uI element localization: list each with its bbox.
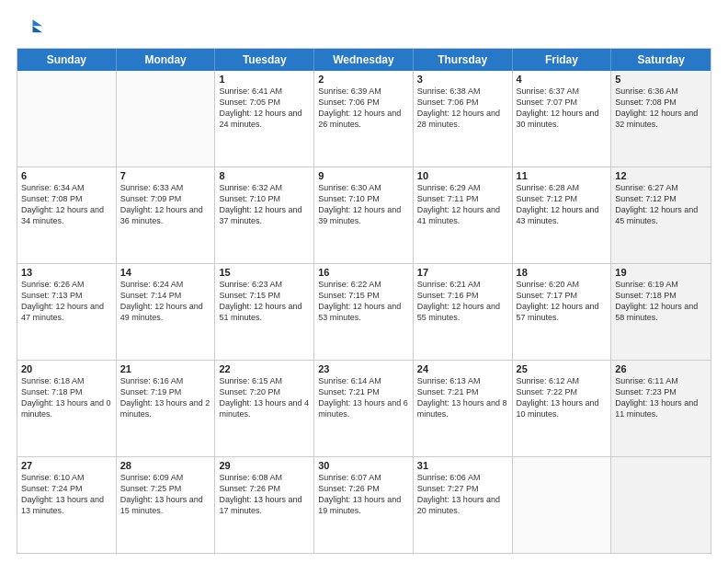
cell-info: Sunrise: 6:11 AM Sunset: 7:23 PM Dayligh… bbox=[615, 375, 707, 420]
cell-info: Sunrise: 6:23 AM Sunset: 7:15 PM Dayligh… bbox=[219, 279, 310, 324]
cal-cell: 5Sunrise: 6:36 AM Sunset: 7:08 PM Daylig… bbox=[611, 71, 711, 167]
cell-info: Sunrise: 6:18 AM Sunset: 7:18 PM Dayligh… bbox=[21, 375, 112, 420]
cell-info: Sunrise: 6:12 AM Sunset: 7:22 PM Dayligh… bbox=[517, 375, 608, 420]
cal-cell: 12Sunrise: 6:27 AM Sunset: 7:12 PM Dayli… bbox=[611, 167, 711, 263]
cal-row: 27Sunrise: 6:10 AM Sunset: 7:24 PM Dayli… bbox=[17, 456, 711, 553]
cal-header-day: Thursday bbox=[414, 49, 513, 71]
cell-info: Sunrise: 6:07 AM Sunset: 7:26 PM Dayligh… bbox=[318, 472, 409, 517]
cal-header-day: Saturday bbox=[611, 49, 711, 71]
cal-cell: 22Sunrise: 6:15 AM Sunset: 7:20 PM Dayli… bbox=[215, 361, 314, 456]
cal-row: 13Sunrise: 6:26 AM Sunset: 7:13 PM Dayli… bbox=[17, 263, 711, 360]
day-number: 16 bbox=[318, 267, 409, 278]
cal-cell: 20Sunrise: 6:18 AM Sunset: 7:18 PM Dayli… bbox=[17, 361, 117, 456]
cell-info: Sunrise: 6:08 AM Sunset: 7:26 PM Dayligh… bbox=[219, 472, 310, 517]
cal-cell: 4Sunrise: 6:37 AM Sunset: 7:07 PM Daylig… bbox=[513, 71, 612, 167]
cal-cell bbox=[513, 457, 612, 553]
cell-info: Sunrise: 6:28 AM Sunset: 7:12 PM Dayligh… bbox=[517, 182, 608, 227]
cal-cell: 21Sunrise: 6:16 AM Sunset: 7:19 PM Dayli… bbox=[117, 361, 216, 456]
day-number: 28 bbox=[120, 460, 211, 471]
day-number: 24 bbox=[417, 363, 508, 374]
day-number: 17 bbox=[417, 267, 508, 278]
calendar: SundayMondayTuesdayWednesdayThursdayFrid… bbox=[17, 48, 711, 554]
cell-info: Sunrise: 6:38 AM Sunset: 7:06 PM Dayligh… bbox=[417, 86, 508, 131]
cal-cell bbox=[611, 457, 711, 553]
day-number: 31 bbox=[417, 460, 508, 471]
cal-cell: 23Sunrise: 6:14 AM Sunset: 7:21 PM Dayli… bbox=[314, 361, 414, 456]
cell-info: Sunrise: 6:37 AM Sunset: 7:07 PM Dayligh… bbox=[517, 86, 608, 131]
cal-header-day: Friday bbox=[513, 49, 612, 71]
cal-cell: 29Sunrise: 6:08 AM Sunset: 7:26 PM Dayli… bbox=[215, 457, 314, 553]
cell-info: Sunrise: 6:14 AM Sunset: 7:21 PM Dayligh… bbox=[318, 375, 409, 420]
day-number: 20 bbox=[21, 363, 112, 374]
cal-cell: 14Sunrise: 6:24 AM Sunset: 7:14 PM Dayli… bbox=[117, 264, 216, 360]
cal-cell: 30Sunrise: 6:07 AM Sunset: 7:26 PM Dayli… bbox=[314, 457, 414, 553]
day-number: 10 bbox=[417, 170, 508, 181]
day-number: 22 bbox=[219, 363, 310, 374]
cell-info: Sunrise: 6:19 AM Sunset: 7:18 PM Dayligh… bbox=[615, 279, 707, 324]
cal-header-day: Wednesday bbox=[314, 49, 414, 71]
cell-info: Sunrise: 6:27 AM Sunset: 7:12 PM Dayligh… bbox=[615, 182, 707, 227]
svg-marker-0 bbox=[33, 19, 43, 26]
day-number: 27 bbox=[21, 460, 112, 471]
day-number: 23 bbox=[318, 363, 409, 374]
day-number: 30 bbox=[318, 460, 409, 471]
day-number: 26 bbox=[615, 363, 707, 374]
cal-header-day: Sunday bbox=[17, 49, 117, 71]
day-number: 29 bbox=[219, 460, 310, 471]
cal-cell: 15Sunrise: 6:23 AM Sunset: 7:15 PM Dayli… bbox=[215, 264, 314, 360]
cell-info: Sunrise: 6:16 AM Sunset: 7:19 PM Dayligh… bbox=[120, 375, 211, 420]
cell-info: Sunrise: 6:09 AM Sunset: 7:25 PM Dayligh… bbox=[120, 472, 211, 517]
cal-cell: 9Sunrise: 6:30 AM Sunset: 7:10 PM Daylig… bbox=[314, 167, 414, 263]
cell-info: Sunrise: 6:36 AM Sunset: 7:08 PM Dayligh… bbox=[615, 86, 707, 131]
day-number: 6 bbox=[21, 170, 112, 181]
day-number: 8 bbox=[219, 170, 310, 181]
day-number: 1 bbox=[219, 74, 310, 85]
day-number: 14 bbox=[120, 267, 211, 278]
cal-row: 6Sunrise: 6:34 AM Sunset: 7:08 PM Daylig… bbox=[17, 167, 711, 263]
cal-cell: 2Sunrise: 6:39 AM Sunset: 7:06 PM Daylig… bbox=[314, 71, 414, 167]
day-number: 19 bbox=[615, 267, 707, 278]
cal-header-day: Tuesday bbox=[215, 49, 314, 71]
cal-cell: 6Sunrise: 6:34 AM Sunset: 7:08 PM Daylig… bbox=[17, 167, 117, 263]
day-number: 11 bbox=[517, 170, 608, 181]
day-number: 2 bbox=[318, 74, 409, 85]
cell-info: Sunrise: 6:32 AM Sunset: 7:10 PM Dayligh… bbox=[219, 182, 310, 227]
cal-cell: 31Sunrise: 6:06 AM Sunset: 7:27 PM Dayli… bbox=[414, 457, 513, 553]
cal-cell: 19Sunrise: 6:19 AM Sunset: 7:18 PM Dayli… bbox=[611, 264, 711, 360]
cal-cell bbox=[17, 71, 117, 167]
cal-cell: 8Sunrise: 6:32 AM Sunset: 7:10 PM Daylig… bbox=[215, 167, 314, 263]
cal-row: 1Sunrise: 6:41 AM Sunset: 7:05 PM Daylig… bbox=[17, 71, 711, 167]
day-number: 18 bbox=[517, 267, 608, 278]
cal-cell: 7Sunrise: 6:33 AM Sunset: 7:09 PM Daylig… bbox=[117, 167, 216, 263]
cell-info: Sunrise: 6:33 AM Sunset: 7:09 PM Dayligh… bbox=[120, 182, 211, 227]
cal-cell bbox=[117, 71, 216, 167]
cell-info: Sunrise: 6:21 AM Sunset: 7:16 PM Dayligh… bbox=[417, 279, 508, 324]
day-number: 12 bbox=[615, 170, 707, 181]
day-number: 21 bbox=[120, 363, 211, 374]
cell-info: Sunrise: 6:29 AM Sunset: 7:11 PM Dayligh… bbox=[417, 182, 508, 227]
cell-info: Sunrise: 6:22 AM Sunset: 7:15 PM Dayligh… bbox=[318, 279, 409, 324]
page: SundayMondayTuesdayWednesdayThursdayFrid… bbox=[0, 0, 728, 563]
cal-cell: 3Sunrise: 6:38 AM Sunset: 7:06 PM Daylig… bbox=[414, 71, 513, 167]
cal-cell: 11Sunrise: 6:28 AM Sunset: 7:12 PM Dayli… bbox=[513, 167, 612, 263]
day-number: 13 bbox=[21, 267, 112, 278]
cal-cell: 10Sunrise: 6:29 AM Sunset: 7:11 PM Dayli… bbox=[414, 167, 513, 263]
cell-info: Sunrise: 6:20 AM Sunset: 7:17 PM Dayligh… bbox=[517, 279, 608, 324]
day-number: 7 bbox=[120, 170, 211, 181]
cell-info: Sunrise: 6:24 AM Sunset: 7:14 PM Dayligh… bbox=[120, 279, 211, 324]
calendar-header: SundayMondayTuesdayWednesdayThursdayFrid… bbox=[17, 49, 711, 71]
day-number: 9 bbox=[318, 170, 409, 181]
cell-info: Sunrise: 6:39 AM Sunset: 7:06 PM Dayligh… bbox=[318, 86, 409, 131]
day-number: 5 bbox=[615, 74, 707, 85]
cell-info: Sunrise: 6:30 AM Sunset: 7:10 PM Dayligh… bbox=[318, 182, 409, 227]
cell-info: Sunrise: 6:06 AM Sunset: 7:27 PM Dayligh… bbox=[417, 472, 508, 517]
day-number: 25 bbox=[517, 363, 608, 374]
cell-info: Sunrise: 6:13 AM Sunset: 7:21 PM Dayligh… bbox=[417, 375, 508, 420]
cal-header-day: Monday bbox=[117, 49, 216, 71]
cal-cell: 26Sunrise: 6:11 AM Sunset: 7:23 PM Dayli… bbox=[611, 361, 711, 456]
cal-cell: 25Sunrise: 6:12 AM Sunset: 7:22 PM Dayli… bbox=[513, 361, 612, 456]
cal-cell: 16Sunrise: 6:22 AM Sunset: 7:15 PM Dayli… bbox=[314, 264, 414, 360]
cell-info: Sunrise: 6:34 AM Sunset: 7:08 PM Dayligh… bbox=[21, 182, 112, 227]
day-number: 3 bbox=[417, 74, 508, 85]
cal-cell: 24Sunrise: 6:13 AM Sunset: 7:21 PM Dayli… bbox=[414, 361, 513, 456]
